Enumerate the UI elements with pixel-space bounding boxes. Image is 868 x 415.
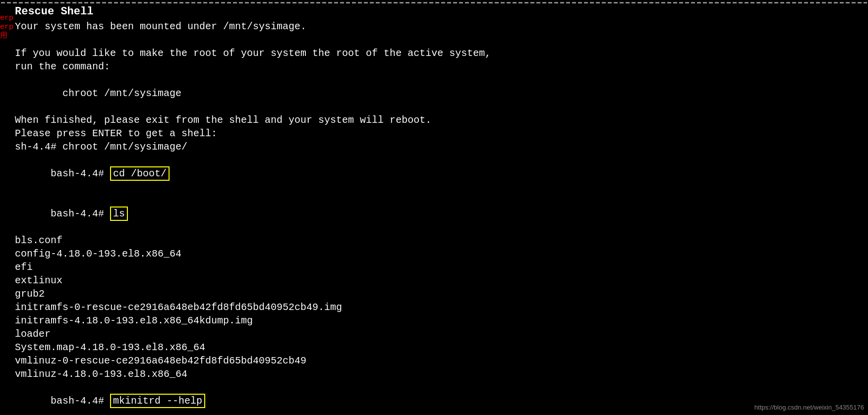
bash-prompt-cd: bash-4.4# — [51, 168, 110, 179]
terminal-content: Rescue Shell Your system has been mounte… — [15, 4, 867, 415]
system-mounted-line: Your system has been mounted under /mnt/… — [15, 20, 867, 33]
initramfs-418-line: initramfs-4.18.0-193.el8.x86_64kdump.img — [15, 314, 867, 327]
top-border — [1, 2, 867, 3]
mkinitrd-help-line: bash-4.4# mkinitrd --help — [15, 381, 867, 415]
sysmap-line: System.map-4.18.0-193.el8.x86_64 — [15, 341, 867, 354]
side-label-erp2: erp — [0, 23, 13, 32]
chroot-cmd-line: chroot /mnt/sysimage — [15, 87, 867, 100]
watermark: https://blog.csdn.net/weixin_54355176 — [754, 404, 864, 411]
vmlinuz-418-line: vmlinuz-4.18.0-193.el8.x86_64 — [15, 367, 867, 381]
bls-conf-line: bls.conf — [15, 234, 867, 247]
cd-boot-line: bash-4.4# cd /boot/ — [15, 154, 867, 194]
rescue-shell-title: Rescue Shell — [15, 4, 867, 20]
side-label-yo: 用 — [0, 32, 13, 41]
run-command-line: run the command: — [15, 60, 867, 73]
side-labels: erp erp 用 — [0, 14, 13, 41]
ls-line: bash-4.4# ls — [15, 194, 867, 234]
initramfs-rescue-line: initramfs-0-rescue-ce2916a648eb42fd8fd65… — [15, 301, 867, 314]
extlinux-line: extlinux — [15, 274, 867, 287]
ls-cmd[interactable]: ls — [110, 207, 128, 221]
blank1 — [15, 33, 867, 47]
loader-line: loader — [15, 327, 867, 341]
bash-prompt-ls: bash-4.4# — [51, 208, 110, 219]
blank3 — [15, 100, 867, 113]
if-you-line: If you would like to make the root of yo… — [15, 47, 867, 60]
terminal: erp erp 用 Rescue Shell Your system has b… — [0, 0, 868, 415]
config-line: config-4.18.0-193.el8.x86_64 — [15, 247, 867, 260]
vmlinuz-rescue-line: vmlinuz-0-rescue-ce2916a648eb42fd8fd65bd… — [15, 354, 867, 367]
blank2 — [15, 73, 867, 87]
when-finished-line: When finished, please exit from the shel… — [15, 113, 867, 127]
mkinitrd-help-cmd[interactable]: mkinitrd --help — [110, 394, 205, 408]
grub2-line: grub2 — [15, 287, 867, 301]
bash-prompt-mkinitrd: bash-4.4# — [51, 395, 110, 407]
sh-chroot-line: sh-4.4# chroot /mnt/sysimage/ — [15, 140, 867, 154]
side-label-erp1: erp — [0, 14, 13, 23]
cd-boot-cmd[interactable]: cd /boot/ — [110, 166, 170, 181]
please-press-line: Please press ENTER to get a shell: — [15, 127, 867, 140]
efi-line: efi — [15, 260, 867, 274]
